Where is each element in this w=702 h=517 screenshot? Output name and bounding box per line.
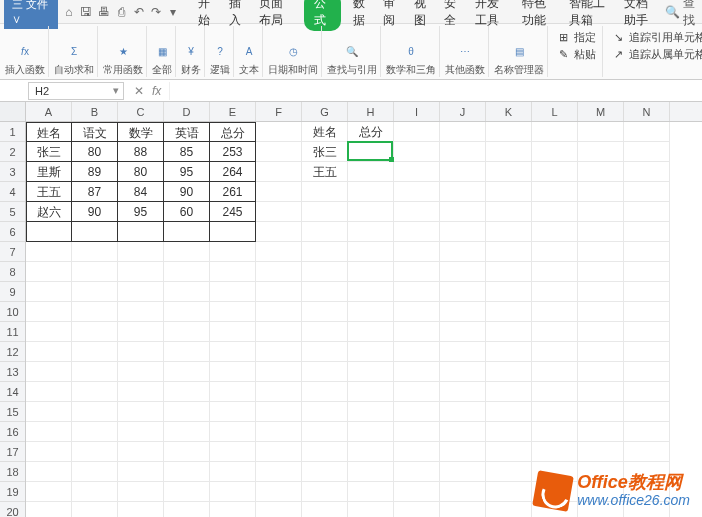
cell-E14[interactable] (210, 382, 256, 402)
cell-I2[interactable] (394, 142, 440, 162)
cell-B6[interactable] (72, 222, 118, 242)
cell-E4[interactable]: 261 (210, 182, 256, 202)
col-header-B[interactable]: B (72, 102, 118, 121)
cell-F3[interactable] (256, 162, 302, 182)
cell-F16[interactable] (256, 422, 302, 442)
cell-A15[interactable] (26, 402, 72, 422)
cell-B19[interactable] (72, 482, 118, 502)
cell-J1[interactable] (440, 122, 486, 142)
cell-E8[interactable] (210, 262, 256, 282)
cell-H6[interactable] (348, 222, 394, 242)
row-header-9[interactable]: 9 (0, 282, 25, 302)
cell-E18[interactable] (210, 462, 256, 482)
cell-F14[interactable] (256, 382, 302, 402)
cell-E3[interactable]: 264 (210, 162, 256, 182)
cell-K10[interactable] (486, 302, 532, 322)
cell-L17[interactable] (532, 442, 578, 462)
cell-I13[interactable] (394, 362, 440, 382)
row-header-2[interactable]: 2 (0, 142, 25, 162)
cell-L7[interactable] (532, 242, 578, 262)
cell-B3[interactable]: 89 (72, 162, 118, 182)
cell-F17[interactable] (256, 442, 302, 462)
qat-preview-icon[interactable]: ⎙ (116, 5, 127, 19)
cell-D17[interactable] (164, 442, 210, 462)
cell-K8[interactable] (486, 262, 532, 282)
cell-J14[interactable] (440, 382, 486, 402)
cell-N11[interactable] (624, 322, 670, 342)
row-header-1[interactable]: 1 (0, 122, 25, 142)
cell-D20[interactable] (164, 502, 210, 517)
cell-B2[interactable]: 80 (72, 142, 118, 162)
cell-B7[interactable] (72, 242, 118, 262)
qat-dropdown-icon[interactable]: ▾ (167, 5, 178, 19)
cell-N9[interactable] (624, 282, 670, 302)
ribbon-define-name[interactable]: ⊞指定 (556, 30, 596, 45)
cell-D16[interactable] (164, 422, 210, 442)
cell-G17[interactable] (302, 442, 348, 462)
row-header-15[interactable]: 15 (0, 402, 25, 422)
cell-L11[interactable] (532, 322, 578, 342)
cell-K2[interactable] (486, 142, 532, 162)
ribbon-trace-dependents[interactable]: ↗追踪从属单元格 (611, 47, 702, 62)
cell-H16[interactable] (348, 422, 394, 442)
cell-C3[interactable]: 80 (118, 162, 164, 182)
cell-B9[interactable] (72, 282, 118, 302)
cell-D5[interactable]: 60 (164, 202, 210, 222)
cell-J15[interactable] (440, 402, 486, 422)
cell-A16[interactable] (26, 422, 72, 442)
cell-C11[interactable] (118, 322, 164, 342)
cell-A17[interactable] (26, 442, 72, 462)
cell-M16[interactable] (578, 422, 624, 442)
row-header-10[interactable]: 10 (0, 302, 25, 322)
cell-J4[interactable] (440, 182, 486, 202)
cell-K4[interactable] (486, 182, 532, 202)
cell-K19[interactable] (486, 482, 532, 502)
cell-F19[interactable] (256, 482, 302, 502)
cell-M1[interactable] (578, 122, 624, 142)
row-header-19[interactable]: 19 (0, 482, 25, 502)
cell-I4[interactable] (394, 182, 440, 202)
cell-A6[interactable] (26, 222, 72, 242)
cell-D19[interactable] (164, 482, 210, 502)
cell-B4[interactable]: 87 (72, 182, 118, 202)
cell-H18[interactable] (348, 462, 394, 482)
cell-J13[interactable] (440, 362, 486, 382)
cell-A20[interactable] (26, 502, 72, 517)
cell-L14[interactable] (532, 382, 578, 402)
cell-G16[interactable] (302, 422, 348, 442)
cell-H20[interactable] (348, 502, 394, 517)
cell-A9[interactable] (26, 282, 72, 302)
cell-A12[interactable] (26, 342, 72, 362)
cell-J18[interactable] (440, 462, 486, 482)
ribbon-paste-name[interactable]: ✎粘贴 (556, 47, 596, 62)
cell-H3[interactable] (348, 162, 394, 182)
cell-J9[interactable] (440, 282, 486, 302)
cell-E12[interactable] (210, 342, 256, 362)
cell-I11[interactable] (394, 322, 440, 342)
cell-G18[interactable] (302, 462, 348, 482)
cancel-icon[interactable]: ✕ (134, 84, 144, 98)
ribbon-lookup[interactable]: 🔍 查找与引用 (324, 26, 381, 77)
cell-I19[interactable] (394, 482, 440, 502)
cell-F18[interactable] (256, 462, 302, 482)
cell-D4[interactable]: 90 (164, 182, 210, 202)
cell-A2[interactable]: 张三 (26, 142, 72, 162)
cell-H1[interactable]: 总分 (348, 122, 394, 142)
cell-D13[interactable] (164, 362, 210, 382)
cell-N7[interactable] (624, 242, 670, 262)
cell-J17[interactable] (440, 442, 486, 462)
name-box[interactable]: H2 ▾ (28, 82, 124, 100)
row-header-20[interactable]: 20 (0, 502, 25, 517)
cell-C9[interactable] (118, 282, 164, 302)
cell-D3[interactable]: 95 (164, 162, 210, 182)
cell-K3[interactable] (486, 162, 532, 182)
search-icon[interactable]: 🔍 (665, 5, 679, 19)
cell-G1[interactable]: 姓名 (302, 122, 348, 142)
ribbon-all[interactable]: ▦ 全部 (149, 26, 176, 77)
row-header-12[interactable]: 12 (0, 342, 25, 362)
cell-K9[interactable] (486, 282, 532, 302)
cell-K20[interactable] (486, 502, 532, 517)
cell-E10[interactable] (210, 302, 256, 322)
cell-I5[interactable] (394, 202, 440, 222)
cell-M4[interactable] (578, 182, 624, 202)
